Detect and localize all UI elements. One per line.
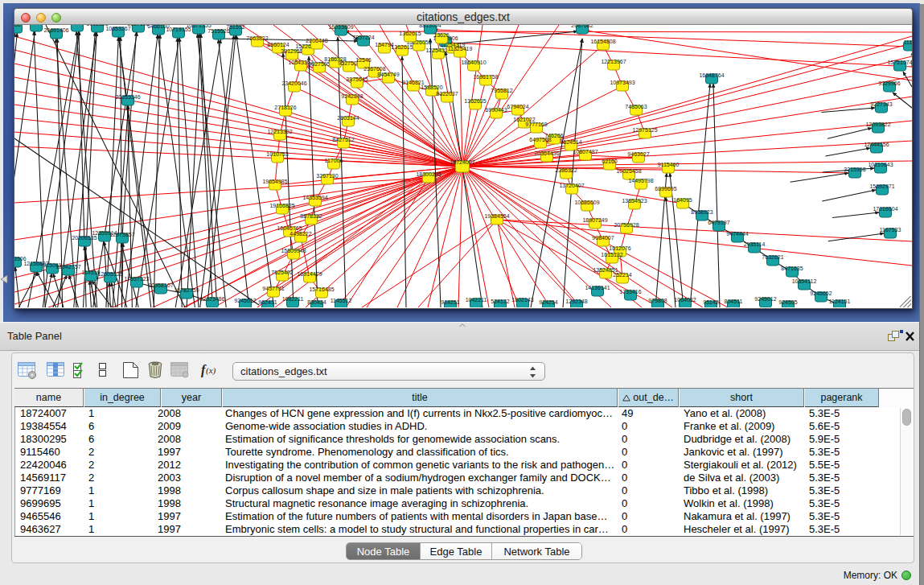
svg-text:2803144: 2803144: [337, 115, 359, 121]
svg-text:13720407: 13720407: [559, 183, 584, 188]
svg-text:8660124: 8660124: [267, 42, 289, 47]
svg-text:12093822: 12093822: [865, 122, 890, 127]
svg-text:6497568: 6497568: [529, 137, 551, 142]
svg-text:1612076: 1612076: [609, 245, 630, 251]
svg-text:10210643: 10210643: [868, 162, 893, 167]
svg-text:9242848: 9242848: [341, 93, 363, 99]
svg-text:14495798: 14495798: [628, 178, 653, 183]
svg-text:16961758: 16961758: [473, 74, 498, 80]
svg-text:6479197: 6479197: [708, 220, 729, 225]
svg-text:7357224: 7357224: [352, 35, 374, 40]
svg-text:15809948: 15809948: [281, 248, 306, 253]
svg-text:1042211: 1042211: [466, 297, 487, 303]
svg-text:1615132: 1615132: [601, 252, 622, 257]
svg-text:9245652: 9245652: [810, 290, 832, 296]
svg-text:9463627: 9463627: [627, 151, 649, 157]
svg-text:8454749: 8454749: [377, 72, 399, 77]
svg-text:12975125: 12975125: [632, 127, 657, 133]
svg-text:20756928: 20756928: [614, 222, 639, 228]
svg-text:7485063: 7485063: [625, 104, 647, 109]
svg-text:18640910: 18640910: [461, 60, 486, 65]
svg-text:6990443: 6990443: [485, 107, 507, 113]
svg-text:12213967: 12213967: [601, 59, 626, 64]
svg-text:19654985: 19654985: [262, 179, 287, 184]
svg-text:2087682: 2087682: [571, 25, 593, 28]
svg-text:1082211: 1082211: [282, 296, 304, 302]
svg-text:3912955: 3912955: [281, 48, 302, 54]
svg-text:164095: 164095: [673, 197, 692, 203]
svg-text:252214: 252214: [613, 272, 631, 278]
svg-text:3215958: 3215958: [844, 167, 865, 172]
svg-text:12942757: 12942757: [55, 264, 80, 270]
svg-text:6899695: 6899695: [655, 186, 676, 192]
svg-text:7632621: 7632621: [762, 254, 783, 260]
svg-text:12975857: 12975857: [109, 232, 134, 237]
svg-text:12444156: 12444156: [864, 142, 889, 147]
svg-text:914251: 914251: [441, 299, 459, 305]
svg-text:1733416: 1733416: [619, 289, 641, 295]
svg-text:2935114: 2935114: [744, 241, 766, 247]
svg-text:8322037: 8322037: [436, 91, 458, 97]
svg-text:9245012: 9245012: [754, 296, 776, 302]
svg-text:1588520: 1588520: [421, 84, 442, 90]
svg-text:10686609: 10686609: [574, 200, 599, 205]
svg-text:1362635: 1362635: [464, 98, 486, 104]
svg-text:16782759: 16782759: [174, 287, 199, 293]
svg-text:10958107: 10958107: [148, 282, 173, 288]
svg-text:1064082: 1064082: [674, 297, 696, 303]
svg-text:14136141: 14136141: [585, 285, 610, 290]
svg-text:10543362: 10543362: [288, 60, 313, 65]
svg-text:13654923: 13654923: [622, 198, 647, 204]
svg-text:18724007: 18724007: [450, 159, 474, 165]
svg-text:1145512: 1145512: [331, 298, 352, 303]
svg-text:7625402: 7625402: [271, 270, 293, 275]
svg-text:18300295: 18300295: [416, 171, 441, 177]
svg-text:9457791: 9457791: [262, 286, 284, 291]
svg-text:10973493: 10973493: [610, 80, 634, 85]
svg-text:19166825: 19166825: [269, 203, 294, 208]
svg-text:19384554: 19384554: [484, 213, 509, 219]
svg-text:16154808: 16154808: [590, 39, 615, 44]
svg-text:8878332: 8878332: [300, 213, 322, 219]
svg-text:924254: 924254: [539, 299, 557, 305]
svg-text:8813054: 8813054: [419, 25, 441, 28]
svg-text:1705572: 1705572: [66, 25, 88, 26]
svg-text:6794024: 6794024: [507, 104, 528, 109]
svg-text:1167533: 1167533: [880, 227, 901, 233]
svg-text:1527602: 1527602: [127, 25, 149, 27]
svg-text:20364436: 20364436: [534, 150, 559, 156]
svg-text:9329966: 9329966: [878, 80, 900, 86]
svg-text:13626: 13626: [433, 32, 450, 38]
svg-text:9115460: 9115460: [658, 162, 680, 167]
svg-text:1010753: 1010753: [266, 151, 288, 157]
svg-text:14055724: 14055724: [23, 25, 48, 26]
svg-text:14353594: 14353594: [302, 195, 327, 200]
svg-text:12923486: 12923486: [199, 296, 224, 302]
svg-text:8471635: 8471635: [781, 266, 803, 271]
svg-text:17016504: 17016504: [873, 206, 897, 212]
svg-text:2206448: 2206448: [306, 38, 327, 43]
svg-text:95142: 95142: [703, 299, 719, 305]
svg-text:830424: 830424: [307, 299, 326, 305]
svg-text:1362615: 1362615: [399, 31, 421, 36]
svg-text:10025458: 10025458: [616, 168, 641, 174]
svg-text:1624514: 1624514: [560, 139, 581, 145]
svg-text:16914479: 16914479: [297, 271, 322, 277]
svg-text:9084007: 9084007: [592, 235, 614, 241]
svg-text:7955812: 7955812: [491, 88, 512, 93]
svg-text:17957223: 17957223: [124, 276, 149, 282]
svg-text:4498222: 4498222: [290, 231, 311, 237]
svg-text:16648764: 16648764: [699, 72, 724, 78]
svg-text:20691406: 20691406: [43, 27, 68, 33]
svg-text:12505135: 12505135: [97, 271, 122, 277]
svg-text:751552: 751552: [226, 25, 244, 30]
svg-text:2386322: 2386322: [555, 167, 577, 173]
svg-text:962431: 962431: [258, 299, 277, 305]
svg-text:16046765: 16046765: [277, 225, 302, 231]
svg-text:10653267: 10653267: [105, 26, 130, 31]
svg-text:1362615: 1362615: [391, 44, 413, 50]
svg-text:8427512: 8427512: [332, 137, 354, 142]
svg-text:3875645: 3875645: [346, 76, 368, 82]
svg-text:979808: 979808: [648, 298, 667, 303]
svg-text:154794: 154794: [375, 42, 393, 47]
